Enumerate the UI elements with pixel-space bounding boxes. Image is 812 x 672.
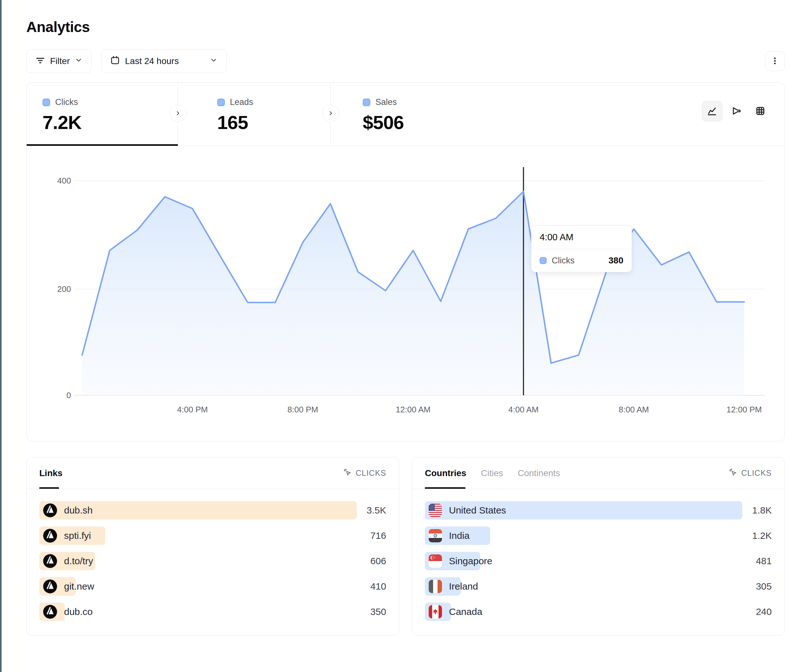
stat-label: Clicks: [55, 97, 78, 107]
stat-value: 7.2K: [43, 112, 177, 133]
tab-cities[interactable]: Cities: [481, 468, 503, 478]
tab-countries[interactable]: Countries: [425, 468, 466, 478]
chart-tooltip: 4:00 AM Clicks 380: [531, 225, 632, 272]
country-label: Singapore: [449, 556, 492, 566]
more-options-button[interactable]: [765, 51, 785, 71]
tab-leads[interactable]: Leads 165: [178, 83, 331, 146]
list-item[interactable]: spti.fyi 716: [39, 527, 386, 545]
list-item[interactable]: Singapore 481: [425, 552, 772, 570]
filter-button[interactable]: Filter: [26, 49, 92, 73]
list-item[interactable]: Canada 240: [425, 602, 772, 621]
list-item[interactable]: United States 1.8K: [425, 501, 772, 520]
calendar-icon: [110, 55, 120, 67]
stat-label: Leads: [230, 97, 253, 107]
links-panel: Links CLICKS: [26, 457, 399, 636]
line-chart-view-button[interactable]: [702, 101, 722, 121]
x-tick: 12:00 AM: [396, 405, 431, 414]
tab-continents[interactable]: Continents: [518, 468, 560, 478]
us-flag-icon: [429, 504, 442, 517]
link-label: spti.fyi: [64, 530, 91, 541]
table-view-button[interactable]: [750, 101, 771, 121]
cursor-click-icon: [728, 468, 737, 479]
sales-legend-swatch: [363, 99, 370, 106]
chevron-down-icon: [75, 56, 82, 66]
links-tab-underline: [39, 487, 59, 489]
tab-links[interactable]: Links: [39, 468, 63, 478]
analytics-chart-card: Clicks 7.2K Leads 165 Sales $506 ›: [26, 82, 785, 442]
list-item[interactable]: Ireland 305: [425, 577, 772, 595]
stat-label: Sales: [375, 97, 397, 107]
controls-row: Filter Last 24 hours: [26, 49, 785, 73]
links-metric-label: CLICKS: [356, 469, 386, 478]
links-metric-selector[interactable]: CLICKS: [343, 468, 386, 479]
country-clicks: 481: [756, 556, 772, 566]
links-list: dub.sh 3.5K spti.fyi 716: [27, 489, 399, 621]
country-clicks: 1.8K: [752, 505, 772, 516]
link-clicks: 350: [370, 606, 386, 617]
india-flag-icon: [429, 529, 442, 542]
active-tab-underline: [27, 144, 178, 146]
x-tick: 12:00 PM: [727, 405, 762, 414]
stat-value: 165: [217, 112, 330, 133]
funnel-chart-view-button[interactable]: [726, 101, 746, 121]
x-axis-labels: 4:00 PM 8:00 PM 12:00 AM 4:00 AM 8:00 AM…: [177, 405, 762, 414]
chart-view-switcher: [702, 101, 771, 121]
link-label: dub.sh: [64, 505, 92, 516]
x-tick: 8:00 AM: [619, 405, 649, 414]
kebab-menu-icon: [771, 57, 779, 66]
tooltip-series-label: Clicks: [552, 256, 575, 266]
funnel-chart-icon: [730, 105, 742, 118]
tooltip-legend-swatch: [540, 257, 547, 264]
country-label: Canada: [449, 606, 482, 617]
countries-panel-header: Countries Cities Continents CLICKS: [412, 457, 785, 489]
line-chart-icon: [706, 105, 718, 118]
list-item[interactable]: dub.sh 3.5K: [39, 501, 386, 520]
country-clicks: 240: [756, 606, 772, 617]
country-clicks: 1.2K: [752, 530, 772, 541]
page-title: Analytics: [26, 19, 785, 36]
list-item[interactable]: India 1.2K: [425, 527, 772, 545]
tooltip-value: 380: [609, 256, 623, 266]
country-label: India: [449, 530, 469, 541]
dub-logo-icon: [43, 580, 57, 594]
date-range-button[interactable]: Last 24 hours: [101, 49, 227, 73]
left-edge-accent: [0, 0, 2, 672]
tab-clicks[interactable]: Clicks 7.2K: [27, 83, 178, 146]
link-label: d.to/try: [64, 556, 93, 566]
clicks-legend-swatch: [43, 99, 50, 106]
date-range-label: Last 24 hours: [125, 56, 179, 66]
link-clicks: 606: [370, 556, 386, 566]
expand-clicks-chevron-button[interactable]: ›: [169, 105, 186, 122]
list-item[interactable]: git.new 410: [39, 577, 386, 595]
filter-button-label: Filter: [50, 56, 70, 66]
list-item[interactable]: d.to/try 606: [39, 552, 386, 570]
y-axis-labels: 400 200 0: [57, 176, 71, 400]
country-label: Ireland: [449, 581, 478, 592]
expand-leads-chevron-button[interactable]: ›: [322, 105, 339, 122]
table-grid-icon: [755, 105, 766, 118]
filter-lines-icon: [36, 55, 45, 67]
links-panel-header: Links CLICKS: [27, 457, 399, 489]
y-tick-0: 0: [67, 391, 71, 400]
cursor-click-icon: [343, 468, 352, 479]
analytics-page: Analytics Filter Last 24 hours: [0, 0, 812, 636]
tooltip-time: 4:00 AM: [531, 226, 631, 249]
countries-metric-selector[interactable]: CLICKS: [728, 468, 772, 479]
singapore-flag-icon: [429, 554, 442, 568]
country-label: United States: [449, 505, 506, 516]
link-clicks: 410: [370, 581, 386, 592]
list-item[interactable]: dub.co 350: [39, 602, 386, 621]
clicks-time-series-chart[interactable]: 400 200 0 4:00 PM 8:00 PM 12:00 AM 4:00 …: [27, 146, 785, 442]
leads-legend-swatch: [217, 99, 225, 106]
countries-metric-label: CLICKS: [741, 469, 772, 478]
dub-logo-icon: [43, 605, 57, 619]
dub-logo-icon: [43, 554, 57, 568]
dub-logo-icon: [43, 503, 57, 517]
stats-tab-bar: Clicks 7.2K Leads 165 Sales $506 ›: [27, 83, 785, 146]
link-label: dub.co: [64, 606, 92, 617]
countries-list: United States 1.8K India 1.2K: [412, 489, 785, 621]
ireland-flag-icon: [429, 580, 442, 593]
y-tick-200: 200: [57, 284, 71, 294]
link-clicks: 3.5K: [367, 505, 386, 516]
dub-logo-icon: [43, 529, 57, 543]
